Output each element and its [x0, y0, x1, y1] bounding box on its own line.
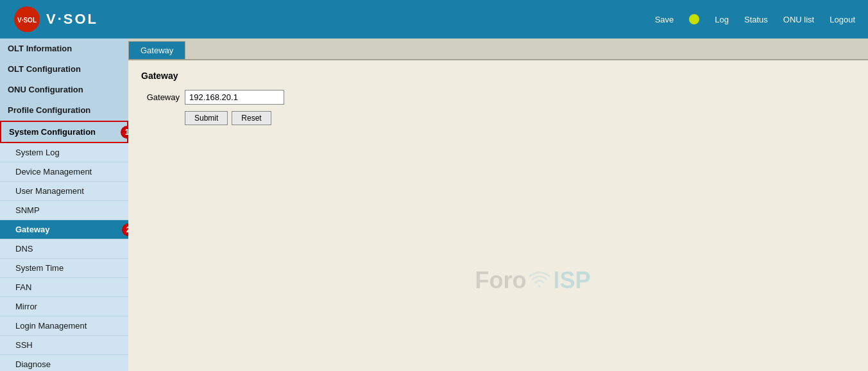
nav-log[interactable]: Log: [715, 15, 729, 24]
wifi-icon: [527, 268, 552, 293]
sidebar-item-olt-information[interactable]: OLT Information: [0, 39, 128, 59]
sidebar-sub-item-dns[interactable]: DNS: [0, 239, 128, 259]
sidebar-sub-item-system-time[interactable]: System Time: [0, 259, 128, 278]
content-area: Gateway Gateway Submit Reset: [128, 60, 868, 135]
sidebar-sub-item-mirror[interactable]: Mirror: [0, 297, 128, 316]
gateway-input[interactable]: [185, 90, 284, 105]
tab-gateway[interactable]: Gateway: [128, 41, 185, 59]
section-title: Gateway: [141, 71, 855, 81]
submit-button[interactable]: Submit: [185, 111, 228, 125]
watermark-foro: Foro: [475, 267, 526, 294]
logo-area: V·SOL V·SOL: [13, 5, 98, 33]
save-button[interactable]: Save: [655, 15, 674, 24]
sidebar-item-system-configuration[interactable]: System Configuration 1: [0, 121, 128, 143]
watermark-isp: ISP: [553, 267, 590, 294]
badge-2: 2: [122, 223, 128, 236]
svg-text:V·SOL: V·SOL: [17, 17, 37, 24]
sidebar-sub-item-ssh[interactable]: SSH: [0, 336, 128, 355]
nav-status[interactable]: Status: [744, 15, 768, 24]
gateway-label: Gateway: [141, 92, 180, 102]
sidebar-sub-item-login-management[interactable]: Login Management: [0, 316, 128, 336]
sidebar-item-olt-configuration[interactable]: OLT Configuration: [0, 59, 128, 80]
button-row: Submit Reset: [185, 111, 855, 125]
tab-bar: Gateway: [128, 39, 868, 60]
nav-onu-list[interactable]: ONU list: [783, 15, 814, 24]
sidebar: OLT Information OLT Configuration ONU Co…: [0, 39, 128, 371]
watermark: Foro ISP: [475, 267, 590, 294]
header-right: Save Log Status ONU list Logout: [655, 14, 855, 24]
sidebar-sub-item-diagnose[interactable]: Diagnose: [0, 355, 128, 371]
vsol-logo: V·SOL: [13, 5, 41, 33]
sidebar-sub-item-snmp[interactable]: SNMP: [0, 201, 128, 220]
status-dot: [689, 14, 699, 24]
gateway-form-row: Gateway: [141, 90, 855, 105]
sidebar-sub-item-fan[interactable]: FAN: [0, 278, 128, 297]
reset-button[interactable]: Reset: [232, 111, 271, 125]
header: V·SOL V·SOL Save Log Status ONU list Log…: [0, 0, 868, 39]
sidebar-sub-item-user-management[interactable]: User Management: [0, 182, 128, 201]
sidebar-sub-item-system-log[interactable]: System Log: [0, 143, 128, 162]
sidebar-sub-item-gateway[interactable]: Gateway 2: [0, 220, 128, 239]
sidebar-sub-item-device-management[interactable]: Device Management: [0, 162, 128, 182]
nav-logout[interactable]: Logout: [830, 15, 855, 24]
sidebar-item-onu-configuration[interactable]: ONU Configuration: [0, 80, 128, 100]
main-content: Gateway Gateway Gateway Submit Reset For…: [128, 39, 868, 371]
layout: OLT Information OLT Configuration ONU Co…: [0, 39, 868, 371]
sidebar-item-profile-configuration[interactable]: Profile Configuration: [0, 100, 128, 121]
badge-1: 1: [121, 126, 128, 139]
logo-text: V·SOL: [46, 11, 98, 28]
